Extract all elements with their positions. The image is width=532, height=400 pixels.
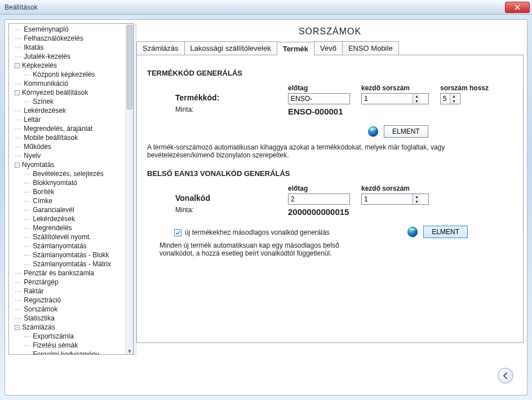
globe-icon <box>406 226 419 238</box>
back-button[interactable] <box>498 368 513 384</box>
tree-item[interactable]: ····Számlanyomtatás - Mátrix <box>21 260 122 269</box>
tree-item[interactable]: -Környezeti beállítások <box>12 88 122 97</box>
input-prefix-ean[interactable] <box>288 194 350 205</box>
tree-item[interactable]: ····Működés <box>12 142 122 151</box>
tree-item[interactable]: ····Pénztárgép <box>12 278 122 287</box>
chevron-down-icon[interactable]: ▼ <box>413 99 420 104</box>
tree-item[interactable]: ····Felhasználókezelés <box>12 34 122 43</box>
tab-vev-[interactable]: Vevő <box>314 41 343 55</box>
tree-indent-icon: ···· <box>24 341 30 350</box>
collapse-icon[interactable]: - <box>15 90 20 95</box>
caption-startnum-ean: kezdő sorszám <box>361 184 429 192</box>
save-button-productcode[interactable]: ELMENT <box>384 125 428 138</box>
chevron-down-icon[interactable]: ▼ <box>126 348 133 354</box>
tree-indent-icon: ···· <box>24 97 30 106</box>
tree-item[interactable]: ····Lekérdezések <box>12 106 122 115</box>
tree-item[interactable]: ····Fizetési sémák <box>21 341 122 350</box>
tree-item[interactable]: ····Regisztráció <box>12 296 122 305</box>
collapse-icon[interactable]: - <box>15 162 20 168</box>
chevron-down-icon[interactable]: ▼ <box>450 99 458 104</box>
checkbox-label-secondary-barcode: új termékekhez másodlagos vonalkód gener… <box>185 228 330 236</box>
tree-item-label: Boríték <box>33 187 54 196</box>
tree-indent-icon: ···· <box>24 214 30 223</box>
tree-item[interactable]: ····Kommunikáció <box>12 79 122 88</box>
tree-item[interactable]: ····Jutalék-kezelés <box>12 52 122 61</box>
tree-item[interactable]: ····Leltár <box>12 115 122 124</box>
collapse-icon[interactable]: - <box>15 63 20 68</box>
tree-item[interactable]: ····Nyelv <box>12 151 122 160</box>
tree-indent-icon: ···· <box>24 260 30 269</box>
tab-enso-mobile[interactable]: ENSO Mobile <box>342 41 399 55</box>
tree-scrollbar[interactable]: ▲ ▼ <box>126 24 133 354</box>
input-prefix-productcode[interactable] <box>288 93 350 104</box>
tree-item[interactable]: -Képkezelés <box>12 61 122 70</box>
spinner-startnum-ean[interactable]: ▲▼ <box>361 194 429 205</box>
tree-item[interactable]: ····Statisztika <box>12 314 122 323</box>
chevron-up-icon[interactable]: ▲ <box>450 94 458 99</box>
tree-item[interactable]: ····Címke <box>21 196 122 205</box>
tree-item-label: Mobile beállítások <box>24 133 78 142</box>
tree-item[interactable]: ····Lekérdezések <box>21 214 122 223</box>
tree-indent-icon: ···· <box>15 133 21 142</box>
tree-indent-icon: ···· <box>24 169 30 178</box>
section-title-ean: BELSŐ EAN13 VONALKÓD GENERÁLÁS <box>147 169 513 178</box>
tree-item[interactable]: ····Szállítólevél nyomt. <box>21 232 122 241</box>
tree-item[interactable]: ····Raktár <box>12 287 122 296</box>
tree-item-label: Számlázás <box>22 323 55 332</box>
tree-indent-icon: ···· <box>24 70 30 79</box>
tree-item[interactable]: ····Központi képkezelés <box>21 70 122 79</box>
tree-indent-icon: ···· <box>24 332 30 341</box>
tree-item[interactable]: ····Garancialevél <box>21 205 122 214</box>
tree-item[interactable]: ····Bevételezés, selejtezés <box>21 169 122 178</box>
tree-item-label: Fizetési sémák <box>33 341 78 350</box>
info-text-productcode: A termék-sorszámozó automatikusan kihagg… <box>147 143 463 159</box>
spinner-len-productcode[interactable]: ▲▼ <box>440 93 460 104</box>
chevron-down-icon[interactable]: ▼ <box>413 199 420 204</box>
tree-item[interactable]: ····Színek <box>21 97 122 106</box>
spinner-startnum-productcode[interactable]: ▲▼ <box>361 93 429 104</box>
tree-item-label: Megrendelés <box>33 223 72 232</box>
input-len-productcode[interactable] <box>441 94 450 104</box>
tab-sz-ml-z-s[interactable]: Számlázás <box>136 41 185 55</box>
checkbox-secondary-barcode[interactable] <box>174 229 181 236</box>
tree-item[interactable]: ····Exportszámla <box>21 332 122 341</box>
tree-item-label: Megrendelés, árajánlat <box>24 124 92 133</box>
tree-scroll[interactable]: ····Eseménynapló····Felhasználókezelés··… <box>9 24 126 354</box>
tree-item[interactable]: -Számlázás <box>12 323 122 332</box>
tree-item[interactable]: ····Pénztár és bankszámla <box>12 269 122 278</box>
tree-item-label: Környezeti beállítások <box>22 88 88 97</box>
tree-indent-icon: ···· <box>24 196 30 205</box>
tree-item[interactable]: ····Iktatás <box>12 43 122 52</box>
scrollbar-thumb[interactable] <box>127 25 132 109</box>
tree-item[interactable]: ····Megrendelés, árajánlat <box>12 124 122 133</box>
save-button-ean[interactable]: ELMENT <box>423 226 468 238</box>
tree-indent-icon: ···· <box>15 142 21 151</box>
tree-item[interactable]: ····Számlanyomtatás <box>21 241 122 250</box>
tree-item[interactable]: ····Sorszámok <box>12 305 122 314</box>
input-startnum-ean[interactable] <box>362 194 413 204</box>
tree-item-label: Exportszámla <box>33 332 74 341</box>
tree-indent-icon: ···· <box>15 34 21 43</box>
tree-item[interactable]: ····Számlanyomtatás - Blokk <box>21 250 122 260</box>
tree-item[interactable]: -Nyomtatás <box>12 160 122 169</box>
close-button[interactable] <box>505 2 530 13</box>
tree-indent-icon: ···· <box>15 278 21 287</box>
chevron-up-icon[interactable]: ▲ <box>413 194 420 199</box>
chevron-up-icon[interactable]: ▲ <box>413 94 420 99</box>
globe-icon <box>367 125 379 138</box>
tree-indent-icon: ···· <box>24 241 30 250</box>
tree-item[interactable]: ····Boríték <box>21 187 122 196</box>
tree-item[interactable]: ····Forgalmi kedvezmény <box>21 350 122 354</box>
collapse-icon[interactable]: - <box>15 325 20 330</box>
tab-lakoss-gi-sz-ll-t-levelek[interactable]: Lakossági szállítólevelek <box>184 41 277 55</box>
tree-item[interactable]: ····Mobile beállítások <box>12 133 122 142</box>
tab-term-k[interactable]: Termék <box>277 42 314 55</box>
tree-item[interactable]: ····Blokknyomtató <box>21 178 122 187</box>
input-startnum-productcode[interactable] <box>362 94 413 104</box>
tree-item[interactable]: ····Megrendelés <box>21 223 122 232</box>
tree-item[interactable]: ····Eseménynapló <box>12 25 122 34</box>
tree-item-label: Pénztár és bankszámla <box>24 269 94 278</box>
tree-indent-icon: ···· <box>15 25 21 34</box>
tree-item-label: Blokknyomtató <box>33 178 77 187</box>
tree-indent-icon: ···· <box>15 305 21 314</box>
